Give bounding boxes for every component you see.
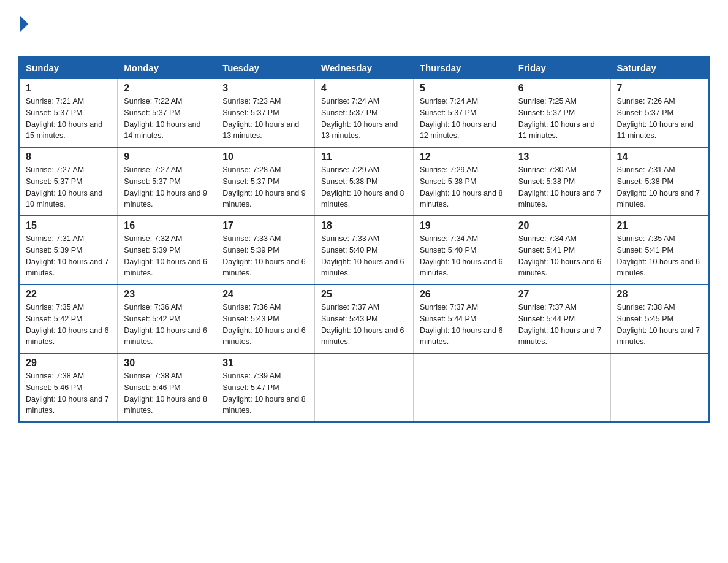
day-info: Sunrise: 7:37 AM Sunset: 5:44 PM Dayligh… [518,302,604,348]
sunrise-text: Sunrise: 7:37 AM [420,303,478,312]
sunset-text: Sunset: 5:37 PM [26,109,82,117]
calendar-cell: 27 Sunrise: 7:37 AM Sunset: 5:44 PM Dayl… [512,285,610,353]
calendar-cell: 30 Sunrise: 7:38 AM Sunset: 5:46 PM Dayl… [118,353,216,422]
daylight-text: Daylight: 10 hours and 6 minutes. [518,258,602,278]
day-number: 17 [222,220,308,231]
day-number: 29 [26,358,111,369]
calendar-cell [315,353,414,422]
day-info: Sunrise: 7:24 AM Sunset: 5:37 PM Dayligh… [321,96,407,142]
sunset-text: Sunset: 5:40 PM [420,246,476,255]
sunrise-text: Sunrise: 7:34 AM [420,234,478,243]
day-info: Sunrise: 7:29 AM Sunset: 5:38 PM Dayligh… [321,164,407,210]
day-number: 30 [124,358,210,369]
sunset-text: Sunset: 5:41 PM [518,246,575,255]
day-number: 13 [518,151,604,163]
day-number: 20 [518,220,604,231]
daylight-text: Daylight: 10 hours and 7 minutes. [26,395,109,415]
sunset-text: Sunset: 5:37 PM [222,177,279,186]
day-number: 25 [321,289,407,300]
sunset-text: Sunset: 5:37 PM [124,109,180,117]
day-info: Sunrise: 7:24 AM Sunset: 5:37 PM Dayligh… [420,96,506,142]
day-number: 23 [124,289,210,300]
day-info: Sunrise: 7:39 AM Sunset: 5:47 PM Dayligh… [222,370,308,416]
sunset-text: Sunset: 5:39 PM [26,246,82,255]
sunset-text: Sunset: 5:45 PM [617,315,673,323]
weekday-header-friday: Friday [512,57,610,79]
daylight-text: Daylight: 10 hours and 7 minutes. [518,326,602,347]
sunrise-text: Sunrise: 7:28 AM [222,166,281,174]
calendar-cell: 24 Sunrise: 7:36 AM Sunset: 5:43 PM Dayl… [216,285,315,353]
calendar-cell: 6 Sunrise: 7:25 AM Sunset: 5:37 PM Dayli… [512,79,610,147]
sunrise-text: Sunrise: 7:29 AM [420,166,478,174]
calendar-cell: 14 Sunrise: 7:31 AM Sunset: 5:38 PM Dayl… [610,147,709,216]
sunset-text: Sunset: 5:37 PM [222,109,279,117]
calendar-cell: 5 Sunrise: 7:24 AM Sunset: 5:37 PM Dayli… [413,79,512,147]
sunset-text: Sunset: 5:39 PM [124,246,180,255]
calendar-cell: 31 Sunrise: 7:39 AM Sunset: 5:47 PM Dayl… [216,353,315,422]
day-info: Sunrise: 7:32 AM Sunset: 5:39 PM Dayligh… [124,233,210,279]
sunset-text: Sunset: 5:37 PM [420,109,476,117]
day-info: Sunrise: 7:25 AM Sunset: 5:37 PM Dayligh… [518,96,604,142]
sunrise-text: Sunrise: 7:34 AM [518,234,577,243]
day-number: 10 [222,151,308,163]
sunset-text: Sunset: 5:37 PM [518,109,575,117]
day-info: Sunrise: 7:36 AM Sunset: 5:42 PM Dayligh… [124,302,210,348]
day-info: Sunrise: 7:35 AM Sunset: 5:41 PM Dayligh… [617,233,702,279]
sunrise-text: Sunrise: 7:33 AM [321,234,379,243]
sunset-text: Sunset: 5:38 PM [617,177,673,186]
calendar-cell: 1 Sunrise: 7:21 AM Sunset: 5:37 PM Dayli… [19,79,118,147]
sunset-text: Sunset: 5:37 PM [26,177,82,186]
calendar-cell: 29 Sunrise: 7:38 AM Sunset: 5:46 PM Dayl… [19,353,118,422]
daylight-text: Daylight: 10 hours and 6 minutes. [321,258,404,278]
day-info: Sunrise: 7:33 AM Sunset: 5:39 PM Dayligh… [222,233,308,279]
day-number: 4 [321,83,407,94]
weekday-header-tuesday: Tuesday [216,57,315,79]
day-info: Sunrise: 7:30 AM Sunset: 5:38 PM Dayligh… [518,164,604,210]
calendar-cell: 3 Sunrise: 7:23 AM Sunset: 5:37 PM Dayli… [216,79,315,147]
daylight-text: Daylight: 10 hours and 7 minutes. [617,189,700,209]
daylight-text: Daylight: 10 hours and 7 minutes. [518,189,602,209]
day-info: Sunrise: 7:36 AM Sunset: 5:43 PM Dayligh… [222,302,308,348]
sunrise-text: Sunrise: 7:24 AM [420,97,478,105]
sunrise-text: Sunrise: 7:38 AM [124,372,182,380]
sunset-text: Sunset: 5:46 PM [124,383,180,392]
day-number: 21 [617,220,702,231]
day-number: 8 [26,151,111,163]
daylight-text: Daylight: 10 hours and 6 minutes. [222,326,306,347]
day-number: 27 [518,289,604,300]
sunrise-text: Sunrise: 7:27 AM [124,166,182,174]
day-number: 6 [518,83,604,94]
daylight-text: Daylight: 10 hours and 6 minutes. [26,326,109,347]
daylight-text: Daylight: 10 hours and 7 minutes. [617,326,700,347]
daylight-text: Daylight: 10 hours and 14 minutes. [124,120,200,140]
sunrise-text: Sunrise: 7:37 AM [518,303,577,312]
logo-arrow-icon [20,15,28,33]
daylight-text: Daylight: 10 hours and 6 minutes. [222,258,306,278]
daylight-text: Daylight: 10 hours and 8 minutes. [420,189,503,209]
logo-text [18,15,29,33]
day-number: 5 [420,83,506,94]
day-info: Sunrise: 7:34 AM Sunset: 5:41 PM Dayligh… [518,233,604,279]
calendar-cell: 18 Sunrise: 7:33 AM Sunset: 5:40 PM Dayl… [315,216,414,285]
calendar-table: SundayMondayTuesdayWednesdayThursdayFrid… [18,56,710,423]
sunset-text: Sunset: 5:43 PM [222,315,279,323]
daylight-text: Daylight: 10 hours and 11 minutes. [617,120,694,140]
calendar-cell: 16 Sunrise: 7:32 AM Sunset: 5:39 PM Dayl… [118,216,216,285]
sunrise-text: Sunrise: 7:38 AM [26,372,84,380]
day-number: 14 [617,151,702,163]
day-info: Sunrise: 7:35 AM Sunset: 5:42 PM Dayligh… [26,302,111,348]
sunrise-text: Sunrise: 7:21 AM [26,97,84,105]
calendar-cell: 9 Sunrise: 7:27 AM Sunset: 5:37 PM Dayli… [118,147,216,216]
sunrise-text: Sunrise: 7:35 AM [617,234,675,243]
sunrise-text: Sunrise: 7:36 AM [124,303,182,312]
sunset-text: Sunset: 5:41 PM [617,246,673,255]
sunrise-text: Sunrise: 7:32 AM [124,234,182,243]
day-number: 24 [222,289,308,300]
sunset-text: Sunset: 5:38 PM [321,177,377,186]
day-number: 15 [26,220,111,231]
sunset-text: Sunset: 5:39 PM [222,246,279,255]
day-number: 26 [420,289,506,300]
calendar-cell: 2 Sunrise: 7:22 AM Sunset: 5:37 PM Dayli… [118,79,216,147]
sunrise-text: Sunrise: 7:31 AM [26,234,84,243]
sunrise-text: Sunrise: 7:23 AM [222,97,281,105]
